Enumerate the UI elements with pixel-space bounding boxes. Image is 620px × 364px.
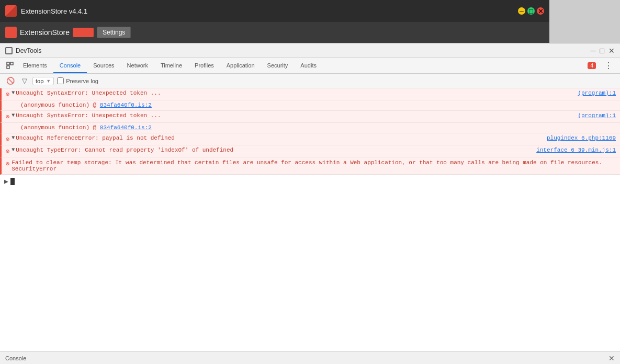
devtools-tabs: Elements Console Sources Network Timelin…: [0, 58, 620, 74]
console-error-5: ⊗ Failed to clear temp storage: It was d…: [0, 157, 620, 175]
devtools-menu-button[interactable]: ⋮: [600, 58, 617, 73]
app-logo-icon: [5, 5, 17, 17]
status-bar: Console ✕: [0, 351, 620, 364]
devtools-icon: [5, 47, 13, 54]
minimize-button[interactable]: –: [518, 7, 525, 15]
error-location-2: (program):1: [573, 112, 616, 119]
error-icon-3: ⊗: [6, 135, 9, 143]
expand-arrow-1[interactable]: ▼: [12, 90, 15, 96]
devtools-title: DevTools: [16, 47, 41, 54]
context-selector[interactable]: top ▼: [32, 77, 54, 85]
app-titlebar: ExtensionStore v4.4.1 – □ ✕: [0, 0, 549, 22]
error-text-2: Uncaught SyntaxError: Unexpected token .…: [16, 112, 573, 119]
error-text-3: Uncaught ReferenceError: paypal is not d…: [16, 135, 543, 141]
error-icon-4: ⊗: [6, 147, 9, 155]
error-location-3: plugindex 6.php:1169: [543, 135, 616, 141]
console-output: ⊗ ▼ Uncaught SyntaxError: Unexpected tok…: [0, 88, 620, 364]
console-error-2: ⊗ ▼ Uncaught SyntaxError: Unexpected tok…: [0, 111, 620, 123]
preserve-log-checkbox[interactable]: [57, 77, 64, 84]
console-error-4: ⊗ ▼ Uncaught TypeError: Cannot read prop…: [0, 145, 620, 157]
devtools-minimize-button[interactable]: ─: [591, 47, 596, 55]
close-button[interactable]: ✕: [537, 7, 544, 15]
preserve-log-label[interactable]: Preserve log: [57, 77, 98, 84]
devtools-restore-button[interactable]: □: [600, 47, 604, 55]
settings-button[interactable]: Settings: [97, 27, 131, 38]
console-error-1: ⊗ ▼ Uncaught SyntaxError: Unexpected tok…: [0, 88, 620, 100]
maximize-button[interactable]: □: [527, 7, 535, 15]
svg-rect-0: [7, 62, 9, 65]
console-toolbar: 🚫 ▽ top ▼ Preserve log: [0, 74, 620, 88]
svg-rect-2: [7, 66, 9, 69]
error-location-1: (program):1: [573, 90, 616, 96]
error-text-5-sub: SecurityError: [12, 166, 57, 172]
tab-application[interactable]: Application: [220, 58, 261, 73]
error-text-5: Failed to clear temp storage: It was det…: [12, 160, 602, 166]
tab-network[interactable]: Network: [121, 58, 154, 73]
error-location-4: interface 6 39.min.js:1: [532, 147, 616, 153]
tab-profiles[interactable]: Profiles: [188, 58, 220, 73]
clear-console-button[interactable]: 🚫: [4, 76, 17, 86]
sub-text-2: (anonymous function) @ 834fa640f0.is:2: [20, 124, 152, 131]
tab-audits[interactable]: Audits: [294, 58, 323, 73]
ext-logo-icon: [5, 27, 17, 38]
console-prompt-icon: ▶: [4, 177, 8, 186]
ext-logo-text: ExtensionStore: [20, 28, 70, 37]
devtools-close-button[interactable]: ✕: [608, 47, 615, 55]
console-error-1-sub: (anonymous function) @ 834fa640f0.is:2: [0, 100, 620, 111]
tab-inspect[interactable]: [3, 58, 17, 73]
sub-text-1: (anonymous function) @ 834fa640f0.is:2: [20, 102, 152, 108]
console-cursor: [10, 178, 15, 185]
ext-red-button[interactable]: [73, 28, 94, 37]
tab-security[interactable]: Security: [261, 58, 295, 73]
expand-arrow-3[interactable]: ▼: [12, 135, 15, 141]
app-title: ExtensionStore v4.4.1: [21, 7, 87, 15]
tab-timeline[interactable]: Timeline: [154, 58, 188, 73]
expand-arrow-2[interactable]: ▼: [12, 112, 15, 118]
expand-arrow-4[interactable]: ▼: [12, 147, 15, 153]
error-count-badge: 4: [588, 62, 596, 69]
svg-rect-1: [10, 62, 13, 65]
devtools-panel: DevTools ─ □ ✕ Elements Console Sources: [0, 43, 620, 364]
status-close-button[interactable]: ✕: [608, 354, 615, 362]
error-text-1: Uncaught SyntaxError: Unexpected token .…: [16, 90, 573, 96]
console-error-3: ⊗ ▼ Uncaught ReferenceError: paypal is n…: [0, 133, 620, 145]
error-icon-5: ⊗: [6, 160, 9, 168]
error-icon-2: ⊗: [6, 113, 9, 121]
devtools-titlebar: DevTools ─ □ ✕: [0, 43, 620, 58]
console-error-2-sub: (anonymous function) @ 834fa640f0.is:2: [0, 123, 620, 133]
tab-sources[interactable]: Sources: [87, 58, 120, 73]
console-input-row[interactable]: ▶: [0, 175, 620, 188]
error-icon-1: ⊗: [6, 90, 9, 98]
ext-toolbar: ExtensionStore Settings: [0, 22, 549, 43]
status-console-label: Console: [5, 355, 26, 361]
tab-console[interactable]: Console: [53, 58, 87, 73]
error-text-4: Uncaught TypeError: Cannot read property…: [16, 147, 532, 153]
tab-elements[interactable]: Elements: [17, 58, 53, 73]
filter-button[interactable]: ▽: [20, 76, 29, 86]
context-chevron: ▼: [46, 78, 51, 84]
